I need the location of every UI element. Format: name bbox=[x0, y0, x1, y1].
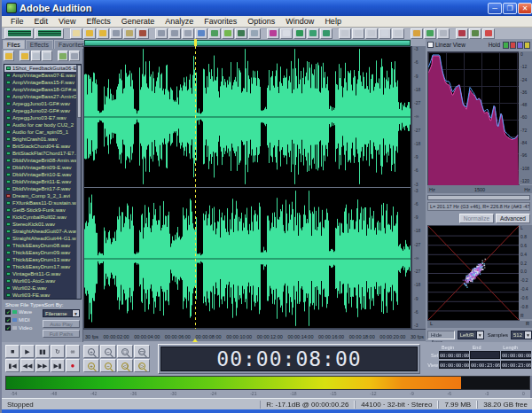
insert-cd-button[interactable] bbox=[365, 28, 378, 39]
time-display[interactable]: 00:00:08:00 bbox=[160, 347, 418, 371]
file-list-item[interactable]: VintageBrit11-G.wav bbox=[4, 270, 78, 277]
file-list-item[interactable]: StereoKick01.wav bbox=[4, 221, 78, 228]
chevron-down-icon[interactable]: ▼ bbox=[524, 331, 531, 339]
tab-files[interactable]: Files bbox=[3, 40, 25, 49]
frequency-analysis-graph[interactable] bbox=[427, 51, 520, 186]
advanced-button[interactable]: Advanced bbox=[496, 214, 530, 223]
linear-view-checkbox[interactable] bbox=[427, 42, 434, 48]
close-file-button[interactable] bbox=[137, 28, 149, 39]
batch-processing-button[interactable] bbox=[379, 28, 391, 39]
menu-options[interactable]: Options bbox=[242, 17, 280, 26]
menu-help[interactable]: Help bbox=[319, 17, 347, 26]
file-list-item[interactable]: BritStackFlat7Chord17-E7... bbox=[4, 150, 78, 157]
file-list-item[interactable]: Wurli03-FE.wav bbox=[4, 292, 78, 299]
zoom-selection-button[interactable]: ▭ bbox=[134, 345, 150, 358]
chevron-down-icon[interactable]: ▼ bbox=[476, 331, 483, 339]
sel-end-field[interactable] bbox=[470, 351, 500, 359]
open-file-button[interactable] bbox=[83, 28, 96, 39]
frequency-scrollbar[interactable] bbox=[427, 195, 530, 200]
file-list-item[interactable]: AmpVintageBass18-GF#.wav bbox=[4, 86, 78, 93]
file-list-scrollbar[interactable] bbox=[76, 65, 81, 299]
delete-selection-button[interactable] bbox=[235, 28, 247, 39]
menu-edit[interactable]: Edit bbox=[29, 17, 54, 26]
sort-by-select[interactable]: Filename ▼ bbox=[43, 309, 80, 317]
view-begin-field[interactable]: 00:00:00:00 bbox=[439, 361, 469, 369]
checkbox-video[interactable]: ✓ bbox=[5, 325, 11, 331]
file-list-item[interactable]: ArpeggJuno03-E7.wav bbox=[4, 114, 78, 121]
tab-effects[interactable]: Effects bbox=[26, 40, 53, 49]
file-list-item[interactable]: DbldVintageBrit09-E.wav bbox=[4, 164, 78, 171]
zoom-in-horizontal-button[interactable]: + bbox=[83, 345, 99, 358]
hold-swatch-2[interactable] bbox=[510, 42, 516, 49]
file-list-item[interactable]: GetB-Stick9-Funk.wav bbox=[4, 206, 78, 214]
checkbox-midi[interactable]: ✓ bbox=[5, 317, 11, 323]
overview-navigation-bar[interactable] bbox=[84, 40, 411, 46]
close-file-icon[interactable] bbox=[20, 51, 30, 61]
open-append-button[interactable] bbox=[97, 28, 109, 39]
view-end-field[interactable]: 00:00:23:06 bbox=[470, 361, 500, 369]
menu-generate[interactable]: Generate bbox=[116, 17, 160, 26]
view-length-field[interactable]: 00:00:23:06 bbox=[501, 361, 531, 369]
cut-button[interactable] bbox=[182, 28, 194, 39]
amplitude-ruler[interactable]: -3-6-9-18-27-∞-27-18-9-6-3 -3-6-9-18-27-… bbox=[411, 46, 426, 329]
file-list-item[interactable]: DbldVintageBrit17-F.wav bbox=[4, 185, 78, 192]
pencil-tool-button[interactable] bbox=[280, 28, 293, 39]
file-list-item[interactable]: AmpVintageBass15-F.wav bbox=[4, 79, 78, 86]
file-list-item[interactable]: Dream_Comp 3_2_1.avi bbox=[4, 192, 78, 199]
file-list-item[interactable]: BrightCrash01.wav bbox=[4, 136, 78, 143]
trim-button[interactable] bbox=[248, 28, 261, 39]
file-list-item[interactable]: Wurli01-AtoG.wav bbox=[4, 277, 78, 284]
scripts-button[interactable] bbox=[392, 28, 404, 39]
samples-select[interactable]: 512 ▼ bbox=[511, 331, 532, 339]
file-list-item[interactable]: ArpeggJuno02-GF#.wav bbox=[4, 107, 78, 114]
file-list-item[interactable]: KickCymbalRoll02.wav bbox=[4, 214, 78, 221]
menu-favorites[interactable]: Favorites bbox=[199, 17, 242, 26]
advanced-options-icon[interactable] bbox=[69, 51, 80, 61]
zoom-full-button[interactable]: □ bbox=[117, 345, 133, 358]
file-list-item[interactable]: Thick&EasyDrum09.wav bbox=[4, 249, 78, 256]
phase-channel-select[interactable]: Left/R ▼ bbox=[458, 331, 484, 339]
help-button[interactable] bbox=[482, 28, 495, 39]
playback-cursor[interactable] bbox=[195, 46, 196, 329]
mix-paste-button[interactable] bbox=[222, 28, 234, 39]
frequency-analysis-button[interactable] bbox=[293, 28, 306, 39]
file-list-item[interactable]: Audio for Car_spin05_1 bbox=[4, 129, 78, 136]
file-list-item[interactable]: DbldVintageBrit08-Amin.wav bbox=[4, 157, 78, 164]
settings-button[interactable] bbox=[424, 28, 436, 39]
rewind-button[interactable]: ◀◀ bbox=[20, 359, 35, 372]
menu-effects[interactable]: Effects bbox=[81, 17, 115, 26]
title-bar[interactable]: Adobe Audition ─ ❐ ✕ bbox=[2, 0, 532, 16]
waveform-left-channel[interactable] bbox=[84, 46, 411, 187]
file-list-item[interactable]: BritStackChord04-E.wav bbox=[4, 143, 78, 150]
insert-cd-project-icon[interactable] bbox=[42, 51, 52, 61]
media-browser-button[interactable] bbox=[411, 28, 423, 39]
zoom-left-edge-button[interactable]: ◁ bbox=[117, 359, 133, 372]
maximize-button[interactable]: ❐ bbox=[503, 3, 517, 14]
new-file-button[interactable] bbox=[70, 28, 82, 39]
fast-forward-button[interactable]: ▶▶ bbox=[35, 359, 50, 372]
monitor-record-level-button[interactable] bbox=[469, 28, 481, 39]
file-list[interactable]: 1Shot_FeedbackGuita06-E...AmpVintageBass… bbox=[4, 64, 82, 300]
file-list-item[interactable]: AmpVintageBass27-AminG... bbox=[4, 93, 78, 100]
hold-swatch-3[interactable] bbox=[517, 42, 523, 49]
zoom-right-edge-button[interactable]: ▷ bbox=[134, 359, 150, 372]
zoom-in-vertical-button[interactable]: + bbox=[83, 359, 99, 372]
file-list-item[interactable]: Audio for car body CU2_2 bbox=[4, 121, 78, 129]
system-exclusive-button[interactable] bbox=[456, 28, 468, 39]
play-looped-button[interactable]: ↻ bbox=[51, 345, 65, 358]
phase-analysis-button[interactable] bbox=[307, 28, 319, 39]
record-button[interactable]: ● bbox=[66, 359, 80, 372]
menu-window[interactable]: Window bbox=[280, 17, 319, 26]
file-list-item[interactable]: DbldVintageBrit11-E.wav bbox=[4, 178, 78, 185]
insert-multitrack-icon[interactable] bbox=[31, 51, 42, 61]
file-list-item[interactable]: FXfunkBass11-D:sustain.wav bbox=[4, 199, 78, 206]
chevron-down-icon[interactable]: ▼ bbox=[72, 310, 79, 316]
file-list-item[interactable]: Wurli02-E.wav bbox=[4, 284, 78, 292]
timeline-ruler[interactable]: 30 fps00:00:02:0000:00:04:0000:00:06:000… bbox=[83, 329, 426, 341]
go-to-beginning-button[interactable]: ▮◀ bbox=[5, 359, 20, 372]
file-list-scroll-thumb[interactable] bbox=[77, 65, 82, 118]
close-button[interactable]: ✕ bbox=[518, 3, 532, 14]
zoom-out-vertical-button[interactable]: − bbox=[100, 359, 116, 372]
file-list-item[interactable]: Thick&EasyDrum13.wav bbox=[4, 256, 78, 263]
file-list-item[interactable]: Thick&EasyDrum08.wav bbox=[4, 242, 78, 249]
